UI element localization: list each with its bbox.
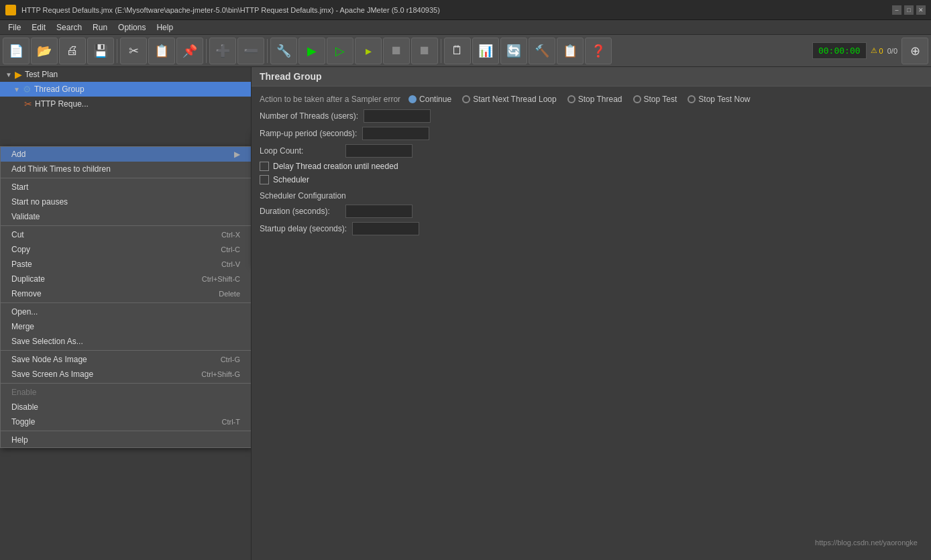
tree-item-httpreq[interactable]: ✂ HTTP Reque... [0,97,251,111]
warning-icon: ⚠ [871,46,877,55]
menu-help[interactable]: Help [151,21,178,34]
radio-label-startnextloop: Start Next Thread Loop [473,95,557,104]
toolbar-start-nopause[interactable]: ▷ [327,38,353,64]
cb-delay[interactable] [260,162,269,171]
toolbar-log1[interactable]: 🗒 [444,38,471,64]
field-input-startupdelay[interactable] [352,222,419,235]
ctx-item-copy[interactable]: Copy Ctrl-C [1,242,251,257]
cb-scheduler[interactable] [260,175,269,184]
timer-display: 00:00:00 [812,42,867,59]
toolbar-remove[interactable]: ➖ [237,38,264,64]
radio-stoptest-now[interactable]: Stop Test Now [688,95,750,104]
cb-label-scheduler: Scheduler [273,175,309,184]
toolbar-refresh[interactable]: 🔄 [500,38,527,64]
menu-edit[interactable]: Edit [26,21,51,34]
toolbar-new[interactable]: 📄 [3,38,30,64]
ctx-label-merge: Merge [11,322,34,331]
ctx-item-disable[interactable]: Disable [1,400,251,414]
ctx-item-cut[interactable]: Cut Ctrl-X [1,227,251,242]
maximize-button[interactable]: □ [904,5,914,15]
cb-label-delay: Delay Thread creation until needed [273,162,398,171]
field-label-startupdelay: Startup delay (seconds): [260,224,347,233]
tree-item-testplan[interactable]: ▼ ▶ Test Plan [0,67,251,82]
toolbar-stop-all[interactable]: ⏹ [411,38,438,64]
toolbar-add[interactable]: ➕ [209,38,236,64]
toolbar-sep-4 [441,39,441,63]
radio-label-continue: Continue [419,95,451,104]
radio-stopthread[interactable]: Stop Thread [567,95,622,104]
field-input-loopcount[interactable] [345,144,413,158]
radio-startnextloop[interactable]: Start Next Thread Loop [462,95,557,104]
menu-search[interactable]: Search [51,21,87,34]
ctx-item-paste[interactable]: Paste Ctrl-V [1,257,251,272]
radio-label-stoptest-now: Stop Test Now [698,95,750,104]
ctx-item-start[interactable]: Start [1,180,251,194]
toolbar-paste[interactable]: 📌 [176,38,203,64]
toolbar-stop[interactable]: ⏹ [383,38,410,64]
ctx-item-savesel[interactable]: Save Selection As... [1,334,251,349]
toolbar-cut[interactable]: ✂ [120,38,147,64]
ctx-item-toggle[interactable]: Toggle Ctrl-T [1,414,251,429]
scheduler-config-label: Scheduler Configuration [260,191,923,201]
toolbar-start-adv[interactable]: ▸ [355,38,382,64]
tree-icon-threadgroup: ⚙ [23,84,32,95]
toolbar-copy[interactable]: 📋 [148,38,175,64]
toolbar-save[interactable]: 💾 [87,38,114,64]
field-label-threads: Number of Threads (users): [260,111,358,121]
tree-arrow-testplan: ▼ [5,71,12,78]
radio-continue[interactable]: Continue [408,95,451,104]
toolbar-open[interactable]: 📂 [31,38,58,64]
ctx-label-paste: Paste [11,260,32,269]
menu-options[interactable]: Options [113,21,151,34]
field-input-threads[interactable] [364,109,431,123]
tree-icon-httpreq: ✂ [24,99,32,109]
field-row-startupdelay: Startup delay (seconds): [260,222,923,235]
menu-file[interactable]: File [3,21,26,34]
toolbar-corner[interactable]: ⊕ [901,38,928,64]
ctx-item-add[interactable]: Add ▶ [1,147,251,162]
toolbar-settings[interactable]: 🔧 [270,38,297,64]
toolbar-clipboard[interactable]: 📋 [557,38,584,64]
field-row-rampup: Ramp-up period (seconds): [260,127,923,140]
ctx-item-open[interactable]: Open... [1,304,251,319]
toolbar-start[interactable]: ▶ [298,38,325,64]
minimize-button[interactable]: – [892,5,901,15]
ctx-label-toggle: Toggle [11,417,35,427]
menu-run[interactable]: Run [87,21,113,34]
ctx-item-saveasimage[interactable]: Save Node As Image Ctrl-G [1,352,251,367]
close-button[interactable]: ✕ [916,5,926,15]
ctx-item-duplicate[interactable]: Duplicate Ctrl+Shift-C [1,272,251,286]
radio-stoptest[interactable]: Stop Test [633,95,677,104]
field-input-duration[interactable] [345,205,413,218]
ctx-item-merge[interactable]: Merge [1,319,251,334]
ctx-item-startnopause[interactable]: Start no pauses [1,194,251,209]
ctx-label-disable: Disable [11,402,38,412]
toolbar-helpbtn[interactable]: ❓ [585,38,612,64]
ctx-label-savesel: Save Selection As... [11,337,83,346]
toolbar-log2[interactable]: 📊 [472,38,499,64]
toolbar-build[interactable]: 🔨 [529,38,555,64]
field-input-rampup[interactable] [362,127,429,140]
tree-item-threadgroup[interactable]: ▼ ⚙ Thread Group [0,82,251,97]
cb-row-scheduler: Scheduler [260,175,923,184]
ctx-label-duplicate: Duplicate [11,274,45,284]
ctx-item-addthinktimes[interactable]: Add Think Times to children [1,162,251,176]
ctx-item-validate[interactable]: Validate [1,209,251,224]
ctx-item-remove[interactable]: Remove Delete [1,286,251,301]
ctx-label-validate: Validate [11,212,40,221]
radio-label-stopthread: Stop Thread [578,95,622,104]
ctx-sep-3 [1,302,251,303]
field-label-loopcount: Loop Count: [260,146,340,156]
toolbar-print[interactable]: 🖨 [59,38,86,64]
main-content: ▼ ▶ Test Plan ▼ ⚙ Thread Group ✂ HTTP Re… [0,67,931,560]
ctx-label-open: Open... [11,307,38,317]
ctx-item-savescreenimage[interactable]: Save Screen As Image Ctrl+Shift-G [1,367,251,382]
tree-arrow-threadgroup: ▼ [13,86,20,93]
ctx-label-saveasimage: Save Node As Image [11,355,87,364]
warning-count: 0 [879,47,883,55]
ctx-shortcut-toggle: Ctrl-T [222,418,241,426]
ctx-shortcut-cut: Ctrl-X [221,231,240,239]
ctx-item-help[interactable]: Help [1,433,251,447]
radio-circle-stopthread [567,95,576,103]
right-panel: Thread Group Action to be taken after a … [252,67,931,560]
